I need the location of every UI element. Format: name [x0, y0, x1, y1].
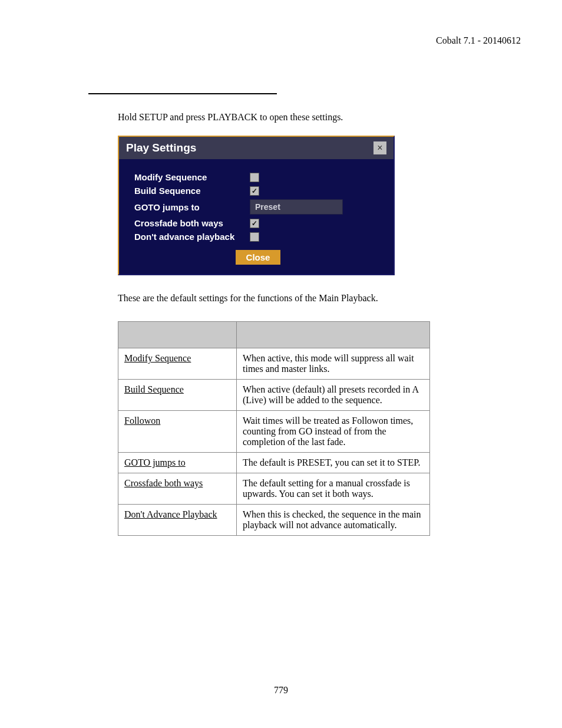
table-row: Followon Wait times will be treated as F… [118, 411, 430, 453]
goto-jumps-label: GOTO jumps to [134, 202, 250, 212]
dont-advance-label: Don't advance playback [134, 232, 250, 242]
table-row: GOTO jumps to The default is PRESET, you… [118, 453, 430, 473]
play-settings-dialog: Play Settings × Modify Sequence Build Se… [118, 136, 395, 275]
table-cell-name: Build Sequence [118, 380, 237, 411]
table-row: Crossfade both ways The default setting … [118, 473, 430, 505]
dialog-body: Modify Sequence Build Sequence ✓ GOTO ju… [119, 159, 394, 274]
table-cell-desc: The default setting for a manual crossfa… [237, 473, 430, 505]
table-cell-name: Followon [118, 411, 237, 453]
row-dont-advance: Don't advance playback [134, 232, 382, 242]
table-cell-name: Modify Sequence [118, 348, 237, 380]
page-number: 779 [0, 685, 562, 696]
table-cell-desc: The default is PRESET, you can set it to… [237, 453, 430, 473]
doc-version: Cobalt 7.1 - 20140612 [53, 35, 521, 46]
table-cell-name: Don't Advance Playback [118, 505, 237, 536]
modify-sequence-label: Modify Sequence [134, 172, 250, 182]
settings-table: Modify Sequence When active, this mode w… [118, 321, 430, 536]
close-icon[interactable]: × [373, 141, 386, 154]
close-button[interactable]: Close [236, 250, 281, 265]
table-cell-desc: Wait times will be treated as Followon t… [237, 411, 430, 453]
table-cell-desc: When active (default) all presets record… [237, 380, 430, 411]
crossfade-checkbox[interactable]: ✓ [250, 219, 259, 228]
dont-advance-checkbox[interactable] [250, 232, 259, 242]
row-goto-jumps: GOTO jumps to Preset [134, 199, 382, 215]
table-cell-desc: When this is checked, the sequence in th… [237, 505, 430, 536]
row-build-sequence: Build Sequence ✓ [134, 186, 382, 196]
table-cell-desc: When active, this mode will suppress all… [237, 348, 430, 380]
dialog-footer: Close [134, 250, 382, 265]
build-sequence-label: Build Sequence [134, 186, 250, 196]
row-modify-sequence: Modify Sequence [134, 172, 382, 182]
row-crossfade: Crossfade both ways ✓ [134, 218, 382, 228]
table-cell-name: GOTO jumps to [118, 453, 237, 473]
intro-text: Hold SETUP and press PLAYBACK to open th… [118, 112, 459, 123]
table-header-blank-1 [118, 322, 237, 348]
goto-jumps-dropdown[interactable]: Preset [250, 199, 343, 215]
table-row: Don't Advance Playback When this is chec… [118, 505, 430, 536]
table-cell-name: Crossfade both ways [118, 473, 237, 505]
table-header-blank-2 [237, 322, 430, 348]
table-row: Modify Sequence When active, this mode w… [118, 348, 430, 380]
dialog-titlebar: Play Settings × [119, 137, 394, 159]
section-rule [88, 93, 277, 94]
build-sequence-checkbox[interactable]: ✓ [250, 186, 259, 196]
after-dialog-text: These are the default settings for the f… [118, 293, 459, 304]
dialog-title-text: Play Settings [126, 141, 196, 154]
crossfade-label: Crossfade both ways [134, 218, 250, 228]
modify-sequence-checkbox[interactable] [250, 173, 259, 182]
table-row: Build Sequence When active (default) all… [118, 380, 430, 411]
